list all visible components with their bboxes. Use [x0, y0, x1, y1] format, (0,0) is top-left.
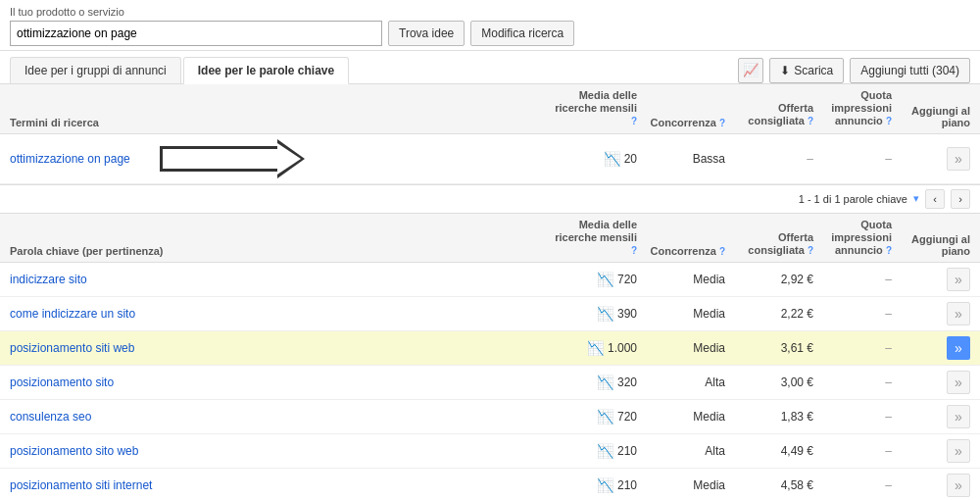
- keyword-competition: Alta: [637, 444, 725, 458]
- search-section-header: Termini di ricerca Media dellericerche m…: [0, 84, 980, 134]
- keyword-add-cell: »: [892, 336, 970, 360]
- add-keyword-button[interactable]: »: [947, 268, 970, 291]
- search-term-keyword[interactable]: ottimizzazione on page: [10, 152, 130, 166]
- pagination-bar: 1 - 1 di 1 parole chiave ▾ ‹ ›: [0, 185, 980, 214]
- arrow-indicator: [160, 139, 305, 178]
- keyword-add-cell: »: [892, 405, 970, 428]
- add-keyword-button[interactable]: »: [947, 336, 970, 360]
- keyword-bid: 3,61 €: [725, 341, 813, 355]
- keyword-quota: –: [813, 307, 892, 321]
- keywords-section: Parola chiave (per pertinenza) Media del…: [0, 214, 980, 500]
- keyword-quota: –: [813, 341, 892, 355]
- keyword-name-cell: posizionamento sito web: [10, 444, 549, 458]
- add-all-button[interactable]: Aggiungi tutti (304): [850, 58, 970, 83]
- kw-header-col6: Aggiungi al piano: [892, 233, 970, 257]
- trend-chart-icon[interactable]: 📉: [597, 272, 613, 287]
- keyword-competition: Media: [637, 410, 725, 424]
- keyword-row: posizionamento sito web 📉 210 Alta 4,49 …: [0, 434, 980, 469]
- add-keyword-button[interactable]: »: [947, 302, 970, 325]
- keyword-searches: 📉 1.000: [549, 340, 637, 356]
- add-keyword-button[interactable]: »: [947, 405, 970, 428]
- add-keyword-button[interactable]: »: [947, 474, 970, 497]
- kw-header-col4: Offertaconsigliata ?: [725, 231, 813, 257]
- tab-ad-groups[interactable]: Idee per i gruppi di annunci: [10, 57, 181, 83]
- keyword-searches: 📉 390: [549, 306, 637, 322]
- keyword-bid: 3,00 €: [725, 375, 813, 389]
- trend-chart-icon[interactable]: 📉: [597, 477, 613, 493]
- find-ideas-button[interactable]: Trova idee: [388, 21, 465, 46]
- keyword-name[interactable]: posizionamento siti internet: [10, 478, 152, 492]
- keyword-add-cell: »: [892, 371, 970, 394]
- keyword-row: posizionamento sito 📉 320 Alta 3,00 € – …: [0, 366, 980, 400]
- search-term-add: »: [892, 147, 970, 171]
- trend-chart-icon[interactable]: 📉: [597, 375, 613, 390]
- header-col-terms: Termini di ricerca: [10, 117, 549, 128]
- header-col-quota: Quotaimpressioniannuncio ?: [813, 89, 892, 128]
- keyword-add-cell: »: [892, 268, 970, 291]
- keyword-quota: –: [813, 375, 892, 389]
- header-col-add: Aggiungi al piano: [892, 105, 970, 128]
- kw-header-col5: Quotaimpressioniannuncio ?: [813, 219, 892, 258]
- keyword-competition: Media: [637, 341, 725, 355]
- keyword-searches: 📉 210: [549, 443, 637, 459]
- search-term-bid: –: [725, 152, 813, 166]
- search-term-icon: 📉 20: [549, 151, 637, 167]
- top-bar: Il tuo prodotto o servizio Trova idee Mo…: [0, 0, 980, 84]
- keyword-searches: 📉 320: [549, 375, 637, 390]
- keyword-name-cell: posizionamento sito: [10, 375, 549, 389]
- search-term-competition: Bassa: [637, 152, 725, 166]
- next-page-button[interactable]: ›: [951, 189, 970, 209]
- keyword-row: come indicizzare un sito 📉 390 Media 2,2…: [0, 297, 980, 331]
- search-input[interactable]: [10, 21, 382, 46]
- keyword-row: indicizzare sito 📉 720 Media 2,92 € – »: [0, 263, 980, 297]
- trend-chart-icon[interactable]: 📉: [597, 306, 613, 322]
- keyword-name[interactable]: indicizzare sito: [10, 273, 87, 286]
- keyword-name[interactable]: posizionamento sito web: [10, 444, 138, 458]
- trend-chart-icon[interactable]: 📉: [597, 443, 613, 459]
- download-button[interactable]: ⬇ Scarica: [769, 58, 844, 83]
- trend-chart-icon[interactable]: 📉: [587, 340, 604, 356]
- search-terms-section: Termini di ricerca Media dellericerche m…: [0, 84, 980, 185]
- keyword-bid: 1,83 €: [725, 410, 813, 424]
- keyword-name[interactable]: posizionamento siti web: [10, 341, 134, 355]
- keyword-bid: 2,22 €: [725, 307, 813, 321]
- keyword-bid: 2,92 €: [725, 273, 813, 286]
- tab-keywords[interactable]: Idee per le parole chiave: [183, 57, 349, 84]
- search-term-cell: ottimizzazione on page: [10, 139, 549, 178]
- add-keyword-button[interactable]: »: [947, 371, 970, 394]
- trend-chart-icon[interactable]: 📉: [597, 409, 613, 425]
- search-term-row: ottimizzazione on page 📉 20 Bassa – – »: [0, 134, 980, 184]
- keyword-row: consulenza seo 📉 720 Media 1,83 € – »: [0, 400, 980, 434]
- search-term-quota: –: [813, 152, 892, 166]
- prev-page-button[interactable]: ‹: [925, 189, 945, 209]
- modify-search-button[interactable]: Modifica ricerca: [470, 21, 574, 46]
- keyword-searches: 📉 720: [549, 272, 637, 287]
- keyword-name[interactable]: consulenza seo: [10, 410, 91, 424]
- keyword-competition: Media: [637, 478, 725, 492]
- keyword-quota: –: [813, 444, 892, 458]
- keywords-section-header: Parola chiave (per pertinenza) Media del…: [0, 214, 980, 264]
- keyword-add-cell: »: [892, 474, 970, 497]
- filter-icon[interactable]: ▾: [913, 192, 919, 205]
- keyword-searches: 📉 720: [549, 409, 637, 425]
- kw-header-col1: Parola chiave (per pertinenza): [10, 245, 549, 257]
- keyword-add-cell: »: [892, 302, 970, 325]
- kw-header-col3: Concorrenza ?: [637, 245, 725, 257]
- keyword-add-cell: »: [892, 439, 970, 463]
- keyword-row: posizionamento siti web 📉 1.000 Media 3,…: [0, 331, 980, 366]
- keyword-row: posizionamento siti internet 📉 210 Media…: [0, 469, 980, 500]
- keyword-bid: 4,49 €: [725, 444, 813, 458]
- keyword-quota: –: [813, 273, 892, 286]
- chart-toggle-icon[interactable]: 📈: [738, 58, 763, 83]
- add-to-plan-button[interactable]: »: [947, 147, 970, 171]
- add-keyword-button[interactable]: »: [947, 439, 970, 463]
- header-col-competition: Concorrenza ?: [637, 117, 725, 128]
- keyword-competition: Alta: [637, 375, 725, 389]
- keyword-name[interactable]: posizionamento sito: [10, 375, 114, 389]
- header-col-bid: Offertaconsigliata ?: [725, 102, 813, 127]
- keyword-searches: 📉 210: [549, 477, 637, 493]
- keyword-name-cell: posizionamento siti internet: [10, 478, 549, 492]
- keyword-name[interactable]: come indicizzare un sito: [10, 307, 135, 321]
- keyword-competition: Media: [637, 307, 725, 321]
- trend-chart-icon[interactable]: 📉: [604, 151, 620, 167]
